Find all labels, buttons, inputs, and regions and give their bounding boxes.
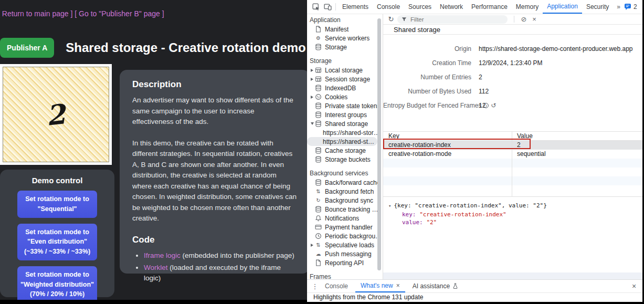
sidebar-item-label: IndexedDB <box>325 85 356 92</box>
database-icon <box>315 102 322 109</box>
sidebar-item-manifest[interactable]: Manifest <box>307 25 383 34</box>
section-frames[interactable]: Frames <box>307 272 383 279</box>
sidebar-item-label: Private state tokens <box>325 102 380 110</box>
reset-budget-icon[interactable]: ↺ <box>491 102 496 109</box>
inspect-element-icon[interactable] <box>310 0 322 14</box>
field-value: 12 <box>479 102 485 109</box>
filter-pill[interactable] <box>397 15 508 24</box>
iframe-logic-link[interactable]: Iframe logic <box>144 251 181 259</box>
settings-gear-icon[interactable]: ⚙ <box>641 3 644 11</box>
sidebar-item-indexeddb[interactable]: IndexedDB <box>307 83 383 92</box>
sidebar-item-background-fetch[interactable]: ⇅Background fetch <box>307 187 383 196</box>
tab-network[interactable]: Network <box>436 0 467 14</box>
sidebar-item-background-sync[interactable]: ↻Background sync <box>307 196 383 205</box>
tab-security[interactable]: Security <box>582 0 613 14</box>
section-storage[interactable]: Storage <box>307 56 383 66</box>
sidebar-item-cache-storage[interactable]: Cache storage <box>307 146 383 155</box>
preview-summary: {key: "creative-rotation-index", value: … <box>394 202 546 209</box>
sidebar-item-label: Interest groups <box>325 111 367 119</box>
field-row-creation-time: Creation Time 12/9/2024, 1:23:40 PM <box>383 56 642 70</box>
view-title: Shared storage <box>383 25 642 35</box>
delete-icon[interactable]: × <box>529 15 540 23</box>
drawer-close-icon[interactable]: × <box>629 282 639 290</box>
field-row-origin: Origin https://shared-storage-demo-conte… <box>383 41 642 56</box>
page-title: Shared storage - Creative rotation demo <box>66 40 305 55</box>
sidebar-item-storage-buckets[interactable]: Storage buckets <box>307 155 383 164</box>
sidebar-item-back-forward-cache[interactable]: Back/forward cache <box>307 178 383 187</box>
close-tab-icon[interactable]: × <box>396 280 400 291</box>
column-divider[interactable] <box>512 132 512 196</box>
column-header-key[interactable]: Key <box>388 132 399 140</box>
drawer-tab-whats-new[interactable]: What's new × <box>355 280 405 292</box>
sidebar-item-payment-handler[interactable]: Payment handler <box>307 223 383 232</box>
issues-counter[interactable]: 2 <box>624 3 637 11</box>
drawer-tab-label: What's new <box>361 280 393 291</box>
field-value: 112 <box>479 88 489 95</box>
sidebar-item-periodic-background-sync[interactable]: Periodic backgroun… <box>307 232 383 240</box>
worklet-link[interactable]: Worklet <box>144 264 168 271</box>
sidebar-item-storage[interactable]: Storage <box>307 43 383 51</box>
demo-control-title: Demo control <box>0 176 114 185</box>
sidebar-scrollbar-thumb[interactable] <box>377 18 381 270</box>
panel-footer-strip <box>383 272 642 279</box>
tab-memory[interactable]: Memory <box>512 0 543 14</box>
drawer-tab-ai-assistance[interactable]: AI assistance <box>407 280 463 292</box>
sidebar-item-label: Service workers <box>325 35 369 42</box>
sidebar-item-cookies[interactable]: Cookies <box>307 92 383 101</box>
table-row[interactable]: creative-rotation-mode sequential <box>383 150 642 159</box>
return-main-link[interactable]: Return to main page <box>2 9 69 18</box>
refresh-icon[interactable]: ↻ <box>386 15 396 23</box>
column-header-value[interactable]: Value <box>517 132 533 141</box>
sidebar-item-label: Cookies <box>325 93 347 101</box>
database-icon <box>315 156 322 163</box>
more-tabs-icon[interactable]: » <box>613 3 624 11</box>
filter-input[interactable] <box>409 16 493 23</box>
tab-application[interactable]: Application <box>543 0 582 14</box>
ad-creative-frame: 2 <box>0 64 112 165</box>
sidebar-item-notifications[interactable]: Notifications <box>307 214 383 223</box>
sidebar-item-service-workers[interactable]: ⚙Service workers <box>307 34 383 43</box>
sidebar-item-bounce-tracking[interactable]: Bounce tracking miti… <box>307 205 383 214</box>
sidebar-item-label: Cache storage <box>325 147 366 154</box>
even-distribution-button[interactable]: Set rotation mode to "Even distribution"… <box>17 224 97 260</box>
screenshot-root: [ Return to main page ] [ Go to "Publish… <box>0 0 644 304</box>
sidebar-item-interest-groups[interactable]: Interest groups <box>307 110 383 119</box>
cookie-icon <box>315 93 322 100</box>
sidebar-item-label: Back/forward cache <box>325 179 380 186</box>
database-icon <box>315 206 322 213</box>
device-toolbar-icon[interactable] <box>322 0 333 14</box>
code-links-list: Iframe logic (embedded into the publishe… <box>144 250 297 284</box>
sidebar-item-shared-storage-origin-1[interactable]: https://shared-storage… <box>307 128 383 137</box>
sidebar-item-shared-storage[interactable]: Shared storage <box>307 119 383 128</box>
service-worker-icon: ⚙ <box>315 35 322 41</box>
sidebar-item-push-messaging[interactable]: ☁Push messaging <box>307 249 383 258</box>
weighted-distribution-button[interactable]: Set rotation mode to "Weighted distribut… <box>17 266 97 300</box>
sidebar-item-reporting-api[interactable]: Reporting API <box>307 258 383 267</box>
collapse-triangle-icon[interactable]: ▾ <box>388 203 391 208</box>
sidebar-item-private-state-tokens[interactable]: Private state tokens <box>307 101 383 110</box>
description-paragraph-1: An advertiser may want to show different… <box>132 95 297 128</box>
sidebar-item-local-storage[interactable]: Local storage <box>307 66 383 75</box>
sidebar-item-session-storage[interactable]: Session storage <box>307 75 383 83</box>
tab-console[interactable]: Console <box>373 0 404 14</box>
tab-elements[interactable]: Elements <box>338 0 373 14</box>
tab-sources[interactable]: Sources <box>404 0 436 14</box>
drawer-tab-console[interactable]: Console <box>320 280 353 292</box>
field-label: Entropy Budget for Fenced Frames <box>383 102 471 109</box>
table-row[interactable]: creative-rotation-index 2 <box>383 141 642 150</box>
sidebar-item-shared-storage-origin-2-selected[interactable]: https://shared-storage… <box>307 137 377 146</box>
sidebar-item-speculative-loads[interactable]: ⇅Speculative loads <box>307 240 383 249</box>
bracket: ] [ <box>69 9 79 18</box>
sequential-mode-button[interactable]: Set rotation mode to "Sequential" <box>17 191 97 218</box>
publisher-b-link[interactable]: Go to "Publisher B" page <box>79 9 160 18</box>
bullet-rest: (embedded into the publisher page) <box>181 251 294 259</box>
section-application[interactable]: Application <box>307 15 383 25</box>
section-background-services[interactable]: Background services <box>307 169 383 178</box>
bell-icon <box>315 215 322 222</box>
drawer-menu-icon[interactable]: ⋮ <box>310 282 320 290</box>
list-item: Iframe logic (embedded into the publishe… <box>144 250 297 261</box>
chevron-right-icon <box>311 96 313 99</box>
sidebar-item-label: Payment handler <box>325 224 373 231</box>
clear-all-icon[interactable]: ⊘ <box>519 15 529 23</box>
tab-performance[interactable]: Performance <box>467 0 512 14</box>
